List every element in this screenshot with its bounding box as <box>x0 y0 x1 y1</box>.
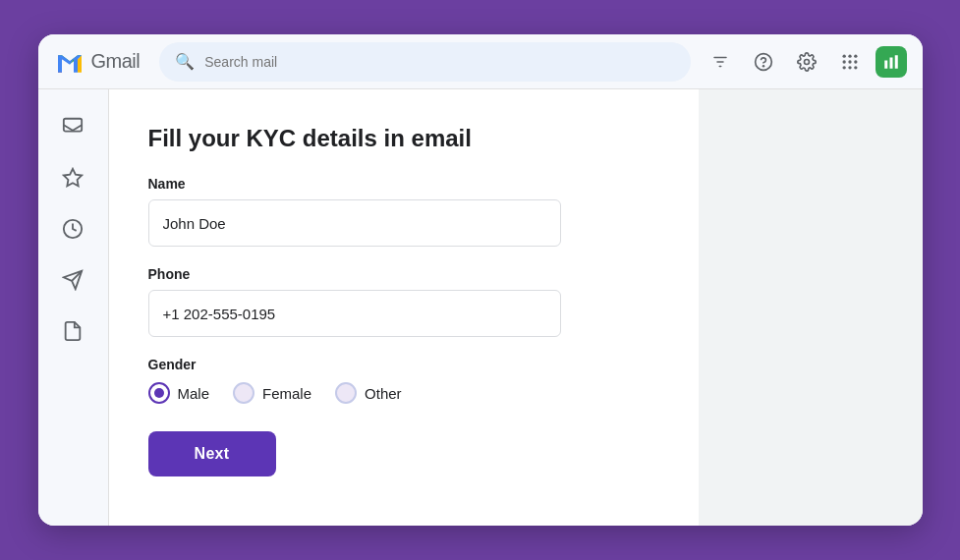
svg-point-5 <box>804 59 809 64</box>
search-input[interactable] <box>204 54 674 70</box>
sidebar-item-sent[interactable] <box>51 258 94 302</box>
apps-icon-button[interactable] <box>832 44 868 80</box>
radio-other[interactable] <box>335 382 357 404</box>
svg-rect-17 <box>894 55 897 69</box>
svg-point-8 <box>854 54 857 57</box>
bar-chart-icon <box>882 53 900 71</box>
search-icon: 🔍 <box>175 52 195 71</box>
send-icon <box>62 269 84 291</box>
header: Gmail 🔍 <box>38 34 923 89</box>
svg-point-12 <box>842 66 845 69</box>
radio-female[interactable] <box>233 382 254 404</box>
gender-section: Gender Male Female Other <box>148 357 659 404</box>
settings-icon <box>797 52 817 72</box>
content-panel: Fill your KYC details in email Name Phon… <box>109 89 699 526</box>
svg-point-13 <box>848 66 851 69</box>
search-bar[interactable]: 🔍 <box>159 42 690 82</box>
radio-male[interactable] <box>148 382 170 404</box>
sidebar-item-drafts[interactable] <box>51 309 94 353</box>
form-title: Fill your KYC details in email <box>148 125 659 152</box>
user-avatar[interactable] <box>875 46 907 78</box>
star-icon <box>62 167 84 189</box>
gmail-text: Gmail <box>91 50 141 73</box>
svg-rect-15 <box>884 60 887 68</box>
svg-marker-19 <box>64 169 82 186</box>
apps-icon <box>840 52 860 72</box>
gender-label-other: Other <box>365 385 402 402</box>
help-icon-button[interactable] <box>746 44 781 80</box>
sidebar-item-snoozed[interactable] <box>51 207 94 251</box>
gender-option-female[interactable]: Female <box>233 382 311 404</box>
sidebar <box>38 89 109 526</box>
svg-point-6 <box>842 54 845 57</box>
gender-label: Gender <box>148 357 659 372</box>
header-actions <box>703 44 907 80</box>
right-panel <box>699 89 923 526</box>
svg-point-7 <box>848 54 851 57</box>
settings-icon-button[interactable] <box>789 44 824 80</box>
gmail-logo: Gmail <box>54 46 141 78</box>
help-icon <box>754 52 773 72</box>
form-area: Fill your KYC details in email Name Phon… <box>109 89 699 512</box>
sidebar-item-starred[interactable] <box>51 156 94 199</box>
main-window: Gmail 🔍 <box>38 34 923 526</box>
sidebar-item-inbox[interactable] <box>51 105 94 148</box>
svg-point-9 <box>842 60 845 63</box>
body: Fill your KYC details in email Name Phon… <box>38 89 923 526</box>
gender-label-female: Female <box>262 385 311 402</box>
gender-option-other[interactable]: Other <box>335 382 402 404</box>
inbox-icon <box>62 116 84 138</box>
gmail-logo-icon <box>54 46 85 78</box>
clock-icon <box>62 218 84 240</box>
next-button[interactable]: Next <box>148 431 276 476</box>
svg-point-10 <box>848 60 851 63</box>
name-input[interactable] <box>148 199 561 247</box>
phone-label: Phone <box>148 266 659 282</box>
draft-icon <box>62 320 84 342</box>
name-label: Name <box>148 176 659 192</box>
svg-rect-16 <box>889 57 892 68</box>
gender-option-male[interactable]: Male <box>148 382 210 404</box>
svg-point-14 <box>854 66 857 69</box>
gender-options: Male Female Other <box>148 382 659 404</box>
filter-icon <box>711 53 729 71</box>
svg-point-11 <box>854 60 857 63</box>
phone-input[interactable] <box>148 290 561 337</box>
filter-icon-button[interactable] <box>703 44 738 80</box>
gender-label-male: Male <box>178 385 210 402</box>
